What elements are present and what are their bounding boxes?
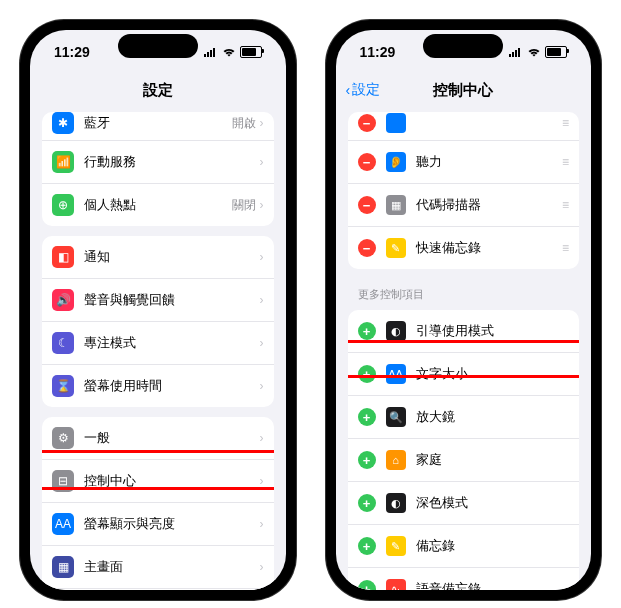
row-label: 文字大小 (416, 365, 570, 383)
status-time: 11:29 (54, 44, 90, 60)
row-label: 螢幕使用時間 (84, 377, 260, 395)
section-notifications: ◧通知›🔊聲音與觸覺回饋›☾專注模式›⌛螢幕使用時間› (42, 236, 274, 407)
settings-row-g2-2[interactable]: ☾專注模式› (42, 322, 274, 365)
nav-bar: ‹ 設定 控制中心 (336, 74, 592, 106)
row-icon: 🔍 (386, 407, 406, 427)
signal-icon (509, 47, 523, 57)
chevron-right-icon: › (260, 517, 264, 531)
row-icon: ◐ (386, 321, 406, 341)
row-icon: ☾ (52, 332, 74, 354)
control-row-more-2[interactable]: +🔍放大鏡 (348, 396, 580, 439)
control-row-inc-1[interactable]: −▦代碼掃描器≡ (348, 184, 580, 227)
control-row-more-3[interactable]: +⌂家庭 (348, 439, 580, 482)
control-row-inc-0[interactable]: −👂聽力≡ (348, 141, 580, 184)
row-icon: ▦ (52, 556, 74, 578)
row-value: 開啟 (232, 115, 256, 132)
svg-rect-1 (207, 52, 209, 57)
row-icon: 📶 (52, 151, 74, 173)
control-row-inc-2[interactable]: −✎快速備忘錄≡ (348, 227, 580, 269)
settings-row-g3-3[interactable]: ▦主畫面› (42, 546, 274, 589)
wifi-icon (527, 47, 541, 57)
settings-row-g1-0[interactable]: ✱藍牙開啟› (42, 112, 274, 141)
add-button[interactable]: + (358, 322, 376, 340)
chevron-right-icon: › (260, 431, 264, 445)
settings-row-g3-1[interactable]: ⊟控制中心› (42, 460, 274, 503)
add-button[interactable]: + (358, 365, 376, 383)
add-button[interactable]: + (358, 580, 376, 590)
settings-row-g3-2[interactable]: AA螢幕顯示與亮度› (42, 503, 274, 546)
nav-bar: 設定 (30, 74, 286, 106)
row-icon: ▦ (386, 195, 406, 215)
row-icon: ⊟ (52, 470, 74, 492)
settings-row-g3-0[interactable]: ⚙一般› (42, 417, 274, 460)
control-row-more-4[interactable]: +◐深色模式 (348, 482, 580, 525)
row-icon: ∿ (386, 579, 406, 590)
control-row-more-5[interactable]: +✎備忘錄 (348, 525, 580, 568)
section-connectivity: ✱藍牙開啟›📶行動服務›⊕個人熱點關閉› (42, 112, 274, 226)
status-time: 11:29 (360, 44, 396, 60)
settings-row-g2-0[interactable]: ◧通知› (42, 236, 274, 279)
svg-rect-6 (515, 50, 517, 57)
control-row-more-6[interactable]: +∿語音備忘錄 (348, 568, 580, 590)
row-icon: ✱ (52, 112, 74, 134)
chevron-right-icon: › (260, 474, 264, 488)
row-icon (386, 113, 406, 133)
row-label: 聽力 (416, 153, 562, 171)
row-icon: ◧ (52, 246, 74, 268)
drag-handle-icon[interactable]: ≡ (562, 116, 569, 130)
drag-handle-icon[interactable]: ≡ (562, 198, 569, 212)
battery-icon (240, 46, 262, 58)
row-icon: ⌂ (386, 450, 406, 470)
row-label: 放大鏡 (416, 408, 570, 426)
chevron-right-icon: › (260, 560, 264, 574)
chevron-right-icon: › (260, 250, 264, 264)
row-icon: ⌛ (52, 375, 74, 397)
row-icon: 🔊 (52, 289, 74, 311)
section-included: −≡−👂聽力≡−▦代碼掃描器≡−✎快速備忘錄≡ (348, 112, 580, 269)
back-button[interactable]: ‹ 設定 (346, 81, 381, 99)
row-label: 深色模式 (416, 494, 570, 512)
add-button[interactable]: + (358, 408, 376, 426)
control-row-more-0[interactable]: +◐引導使用模式 (348, 310, 580, 353)
row-label: 一般 (84, 429, 260, 447)
remove-button[interactable]: − (358, 153, 376, 171)
drag-handle-icon[interactable]: ≡ (562, 241, 569, 255)
remove-button[interactable]: − (358, 114, 376, 132)
content-right[interactable]: −≡−👂聽力≡−▦代碼掃描器≡−✎快速備忘錄≡ 更多控制項目 +◐引導使用模式+… (336, 106, 592, 590)
row-label: 控制中心 (84, 472, 260, 490)
control-row-inc-cut[interactable]: −≡ (348, 112, 580, 141)
row-icon: AA (386, 364, 406, 384)
row-label: 專注模式 (84, 334, 260, 352)
settings-row-g2-3[interactable]: ⌛螢幕使用時間› (42, 365, 274, 407)
chevron-left-icon: ‹ (346, 82, 351, 98)
wifi-icon (222, 47, 236, 57)
drag-handle-icon[interactable]: ≡ (562, 155, 569, 169)
settings-row-g2-1[interactable]: 🔊聲音與觸覺回饋› (42, 279, 274, 322)
chevron-right-icon: › (260, 293, 264, 307)
remove-button[interactable]: − (358, 196, 376, 214)
section-header-more: 更多控制項目 (336, 279, 592, 304)
status-right (204, 46, 262, 58)
svg-rect-5 (512, 52, 514, 57)
svg-rect-2 (210, 50, 212, 57)
add-button[interactable]: + (358, 537, 376, 555)
content-left[interactable]: ✱藍牙開啟›📶行動服務›⊕個人熱點關閉› ◧通知›🔊聲音與觸覺回饋›☾專注模式›… (30, 106, 286, 590)
screen-left: 11:29 設定 ✱藍牙開啟›📶行動服務›⊕個人熱點關閉› ◧通知›🔊聲音與觸覺… (30, 30, 286, 590)
chevron-right-icon: › (260, 379, 264, 393)
control-row-more-1[interactable]: +AA文字大小 (348, 353, 580, 396)
row-icon: AA (52, 513, 74, 535)
dynamic-island (423, 34, 503, 58)
row-label: 螢幕顯示與亮度 (84, 515, 260, 533)
add-button[interactable]: + (358, 494, 376, 512)
add-button[interactable]: + (358, 451, 376, 469)
remove-button[interactable]: − (358, 239, 376, 257)
settings-row-g1-2[interactable]: ⊕個人熱點關閉› (42, 184, 274, 226)
page-title: 設定 (143, 81, 173, 100)
row-icon: ✎ (386, 536, 406, 556)
row-label: 藍牙 (84, 114, 232, 132)
settings-row-g1-1[interactable]: 📶行動服務› (42, 141, 274, 184)
svg-rect-4 (509, 54, 511, 57)
row-label: 引導使用模式 (416, 322, 570, 340)
settings-row-g3-4[interactable]: ☺輔助使用› (42, 589, 274, 590)
chevron-right-icon: › (260, 336, 264, 350)
